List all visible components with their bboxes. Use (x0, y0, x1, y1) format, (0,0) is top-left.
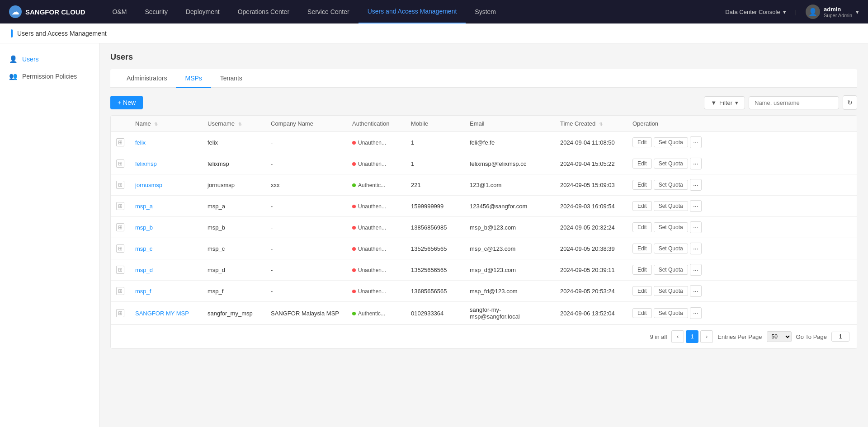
edit-button[interactable]: Edit (632, 244, 652, 253)
more-button[interactable]: ··· (690, 179, 702, 191)
next-page-button[interactable]: › (700, 330, 713, 343)
edit-button[interactable]: Edit (632, 201, 652, 211)
more-button[interactable]: ··· (690, 285, 702, 297)
expand-icon[interactable]: ⊞ (116, 223, 124, 231)
mobile-cell: 13525656565 (406, 238, 464, 259)
expand-cell: ⊞ (111, 132, 130, 153)
refresh-button[interactable]: ↻ (843, 95, 857, 110)
user-name-link[interactable]: felixmsp (135, 160, 157, 167)
edit-button[interactable]: Edit (632, 137, 652, 147)
table-row: ⊞ msp_b msp_b - Unauthen... 13856856985 … (111, 217, 857, 238)
user-name-link[interactable]: msp_a (135, 203, 153, 210)
nav-item-system[interactable]: System (466, 0, 505, 23)
name-cell: SANGFOR MY MSP (130, 302, 202, 325)
expand-icon[interactable]: ⊞ (116, 160, 124, 168)
expand-icon[interactable]: ⊞ (116, 181, 124, 189)
col-username-header[interactable]: Username ⇅ (202, 116, 265, 132)
user-name-link[interactable]: jornusmsp (135, 182, 162, 188)
time-cell: 2024-09-05 15:09:03 (555, 174, 627, 196)
entries-select[interactable]: 50 100 200 (767, 331, 792, 342)
tab-administrators[interactable]: Administrators (118, 69, 176, 88)
operation-cell: Edit Set Quota ··· (627, 174, 857, 196)
sidebar-item-users[interactable]: 👤 Users (0, 51, 99, 68)
expand-icon[interactable]: ⊞ (116, 266, 124, 274)
edit-button[interactable]: Edit (632, 308, 652, 318)
goto-input[interactable] (831, 332, 849, 342)
table-row: ⊞ felix felix - Unauthen... 1 feli@fe.fe… (111, 132, 857, 153)
nav-right: Data Center Console ▾ | 👤 admin Super Ad… (725, 5, 859, 19)
auth-dot (352, 205, 356, 208)
expand-icon[interactable]: ⊞ (116, 202, 124, 210)
set-quota-button[interactable]: Set Quota (654, 201, 688, 211)
operation-cell: Edit Set Quota ··· (627, 196, 857, 217)
edit-button[interactable]: Edit (632, 159, 652, 169)
more-button[interactable]: ··· (690, 243, 702, 254)
edit-button[interactable]: Edit (632, 286, 652, 296)
set-quota-button[interactable]: Set Quota (654, 265, 688, 275)
more-button[interactable]: ··· (690, 200, 702, 212)
set-quota-button[interactable]: Set Quota (654, 244, 688, 253)
more-button[interactable]: ··· (690, 307, 702, 319)
user-name-link[interactable]: msp_f (135, 288, 151, 295)
nav-item-users[interactable]: Users and Access Management (359, 0, 466, 23)
more-button[interactable]: ··· (690, 158, 702, 169)
user-info[interactable]: 👤 admin Super Admin ▾ (806, 5, 859, 19)
expand-icon[interactable]: ⊞ (116, 138, 124, 146)
set-quota-button[interactable]: Set Quota (654, 286, 688, 296)
col-name-header[interactable]: Name ⇅ (130, 116, 202, 132)
username-cell: msp_b (202, 217, 265, 238)
set-quota-button[interactable]: Set Quota (654, 180, 688, 190)
set-quota-button[interactable]: Set Quota (654, 308, 688, 318)
toolbar-right: ▼ Filter ▾ ↻ (704, 95, 857, 110)
operation-cell: Edit Set Quota ··· (627, 153, 857, 174)
more-button[interactable]: ··· (690, 136, 702, 148)
tab-tenants[interactable]: Tenants (211, 69, 251, 88)
col-expand-header (111, 116, 130, 132)
auth-text: Unauthen... (358, 225, 386, 231)
expand-icon[interactable]: ⊞ (116, 287, 124, 295)
nav-item-security[interactable]: Security (136, 0, 177, 23)
nav-item-operations[interactable]: Operations Center (229, 0, 298, 23)
filter-button[interactable]: ▼ Filter ▾ (704, 96, 745, 109)
set-quota-button[interactable]: Set Quota (654, 159, 688, 169)
sidebar-item-permissions[interactable]: 👥 Permission Policies (0, 68, 99, 85)
user-name-link[interactable]: SANGFOR MY MSP (135, 310, 189, 317)
nav-item-deployment[interactable]: Deployment (177, 0, 229, 23)
username-cell: msp_d (202, 259, 265, 281)
time-cell: 2024-09-03 16:09:54 (555, 196, 627, 217)
more-button[interactable]: ··· (690, 221, 702, 233)
name-cell: msp_c (130, 238, 202, 259)
set-quota-button[interactable]: Set Quota (654, 222, 688, 232)
set-quota-button[interactable]: Set Quota (654, 137, 688, 147)
search-input[interactable] (749, 96, 839, 109)
auth-cell: Authentic... (347, 302, 406, 325)
col-time-header[interactable]: Time Created ⇅ (555, 116, 627, 132)
user-name-link[interactable]: felix (135, 139, 146, 146)
top-nav: ☁ SANGFOR CLOUD O&M Security Deployment … (0, 0, 868, 23)
op-buttons: Edit Set Quota ··· (632, 285, 851, 297)
edit-button[interactable]: Edit (632, 180, 652, 190)
edit-button[interactable]: Edit (632, 222, 652, 232)
user-name-link[interactable]: msp_d (135, 267, 153, 273)
auth-text: Authentic... (358, 310, 385, 317)
mobile-cell: 1599999999 (406, 196, 464, 217)
expand-icon[interactable]: ⊞ (116, 244, 124, 253)
operation-cell: Edit Set Quota ··· (627, 217, 857, 238)
new-button[interactable]: + New (110, 96, 143, 109)
company-cell: - (265, 281, 347, 302)
logo[interactable]: ☁ SANGFOR CLOUD (9, 5, 85, 18)
more-button[interactable]: ··· (690, 264, 702, 276)
page-1-button[interactable]: 1 (686, 330, 698, 343)
nav-item-service[interactable]: Service Center (298, 0, 359, 23)
data-center-selector[interactable]: Data Center Console ▾ (725, 9, 786, 15)
prev-page-button[interactable]: ‹ (671, 330, 684, 343)
tab-msps[interactable]: MSPs (176, 69, 211, 88)
breadcrumb-text: Users and Access Management (17, 30, 107, 37)
expand-cell: ⊞ (111, 302, 130, 325)
user-name-link[interactable]: msp_b (135, 224, 153, 231)
expand-icon[interactable]: ⊞ (116, 309, 124, 317)
edit-button[interactable]: Edit (632, 265, 652, 275)
username-cell: felixmsp (202, 153, 265, 174)
nav-item-om[interactable]: O&M (104, 0, 136, 23)
user-name-link[interactable]: msp_c (135, 245, 152, 252)
